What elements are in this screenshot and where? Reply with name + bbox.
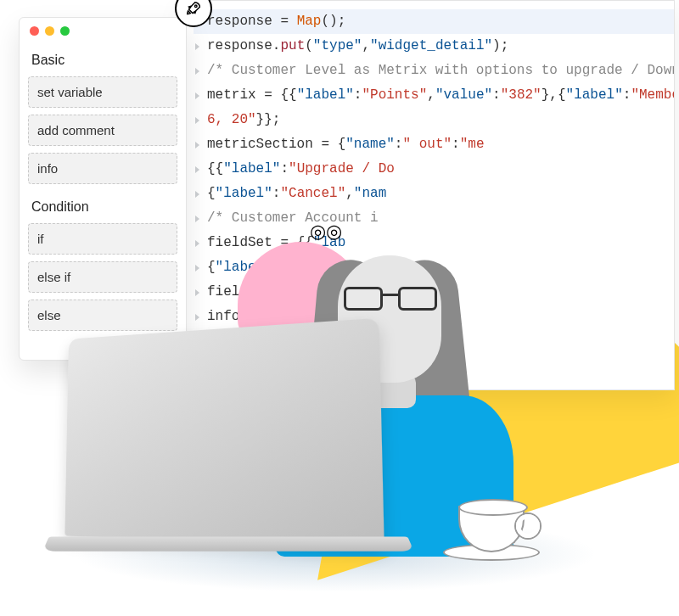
block-if[interactable]: if xyxy=(28,223,177,255)
code-line[interactable]: metrix = {{"label":"Points","value":"382… xyxy=(194,83,674,108)
code-line[interactable]: response = Map(); xyxy=(194,9,674,34)
code-line[interactable]: /* Customer Level as Metrix with options… xyxy=(194,59,674,83)
code-line[interactable]: 6, 20"}}; xyxy=(194,108,674,132)
blocks-palette-window: Basicset variableadd commentinfoConditio… xyxy=(19,17,187,361)
glasses-icon xyxy=(344,287,437,311)
block-add-comment[interactable]: add comment xyxy=(28,115,177,146)
block-set-variable[interactable]: set variable xyxy=(28,76,177,108)
zoom-icon[interactable] xyxy=(60,26,70,36)
minimize-icon[interactable] xyxy=(45,26,54,36)
window-controls xyxy=(20,18,186,41)
group-title: Basic xyxy=(28,44,177,76)
code-line[interactable]: response.put("type","widget_detail"); xyxy=(194,34,674,59)
code-line[interactable]: metricSection = {"name":" out":"me xyxy=(194,132,674,157)
block-info[interactable]: info xyxy=(28,153,177,184)
close-icon[interactable] xyxy=(30,26,39,36)
block-else-if[interactable]: else if xyxy=(28,261,177,293)
laptop-illustration xyxy=(51,319,424,557)
group-title: Condition xyxy=(28,191,177,223)
coffee-cup-illustration xyxy=(458,506,525,552)
code-line[interactable]: {{"label":"Upgrade / Do xyxy=(194,157,674,182)
svg-point-0 xyxy=(194,5,197,8)
